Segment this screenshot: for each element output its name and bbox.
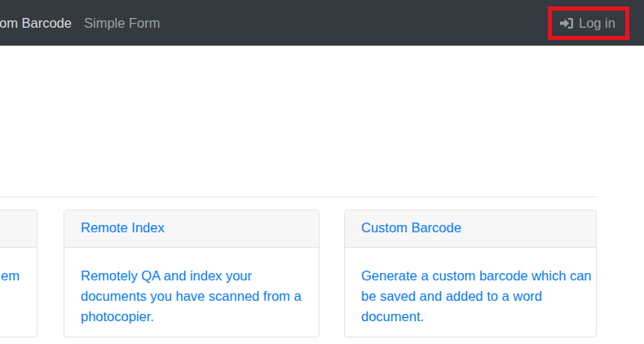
card-partial-left-body: em: [0, 248, 37, 286]
nav-item-custom-barcode-partial[interactable]: om Barcode: [0, 0, 72, 46]
card-body-line: photocopier.: [81, 307, 302, 327]
section-divider: [0, 196, 598, 197]
top-navbar: om Barcode Simple Form Log in: [0, 0, 644, 46]
card-custom-barcode-body: Generate a custom barcode which can be s…: [345, 248, 596, 337]
card-body-line: document.: [361, 307, 580, 327]
card-body-line: Generate a custom barcode which can: [361, 266, 580, 286]
card-body-line: em: [1, 266, 37, 286]
card-partial-left-title: [0, 210, 37, 248]
card-remote-index-title[interactable]: Remote Index: [64, 210, 319, 248]
sign-in-icon: [559, 17, 574, 29]
card-remote-index[interactable]: Remote Index Remotely QA and index your …: [64, 209, 320, 337]
card-custom-barcode[interactable]: Custom Barcode Generate a custom barcode…: [344, 209, 597, 337]
card-remote-index-body: Remotely QA and index your documents you…: [64, 248, 319, 337]
login-label: Log in: [579, 15, 615, 31]
card-body-line: Remotely QA and index your: [81, 266, 302, 286]
card-body-line: be saved and added to a word: [361, 286, 580, 307]
nav-item-simple-form[interactable]: Simple Form: [84, 0, 161, 46]
card-custom-barcode-title[interactable]: Custom Barcode: [345, 210, 596, 248]
card-body-line: documents you have scanned from a: [81, 286, 302, 307]
login-link[interactable]: Log in: [559, 0, 615, 46]
card-partial-left[interactable]: em: [0, 209, 37, 337]
